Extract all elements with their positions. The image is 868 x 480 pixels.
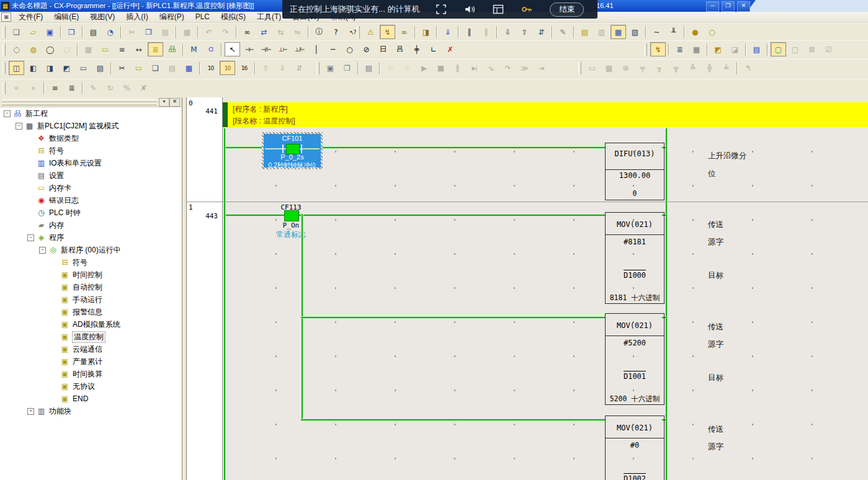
differential-monitor-button[interactable]: ∞ xyxy=(396,25,412,39)
toolbar-grip[interactable] xyxy=(316,62,320,74)
tree-item-时间控制[interactable]: ▣时间控制 xyxy=(0,269,182,281)
rung-comment-button[interactable]: ▭ xyxy=(97,42,113,56)
transfer-to-plc-button[interactable]: ⇓ xyxy=(440,25,455,39)
tree-item-IO表和单元设置[interactable]: ▥IO表和单元设置 xyxy=(0,157,182,169)
mov-instruction-block[interactable]: MOV(021) #8181 D1000 8181 十六进制 xyxy=(605,212,664,304)
pause-monitoring-button[interactable]: ‖ xyxy=(462,25,477,39)
tree-item-END[interactable]: ▣END xyxy=(0,393,182,405)
tree-item-自动控制[interactable]: ▣自动控制 xyxy=(0,281,182,293)
zoom-in-button[interactable]: ◯ xyxy=(42,42,58,56)
menu-编辑[interactable]: 编辑(E) xyxy=(48,12,84,22)
copy-button[interactable]: ❐ xyxy=(141,25,156,39)
toolbar-grip[interactable] xyxy=(644,43,647,56)
selected-contact-cf101[interactable]: CF101 P_0_2s 0.2秒时钟脉冲位 xyxy=(262,132,323,169)
connect-line-button[interactable]: ∟ xyxy=(426,42,441,56)
tree-item-内存卡[interactable]: ▭内存卡 xyxy=(0,182,182,194)
toggle-output-button[interactable]: ◧ xyxy=(25,61,41,75)
monitor-hot-refresh-button[interactable]: ↯ xyxy=(650,42,666,56)
mnemonic-view-button[interactable]: M xyxy=(186,42,202,56)
monitor-signed-decimal-button[interactable]: 10 xyxy=(220,61,235,75)
toggle-cross-ref-button[interactable]: ◩ xyxy=(59,61,74,75)
select-mode-button[interactable]: ↖ xyxy=(225,42,240,56)
help-button[interactable]: ? xyxy=(328,25,344,39)
new-contact-button[interactable]: ⊣⊢ xyxy=(241,42,257,56)
memory-view-button[interactable]: ▦ xyxy=(611,25,626,39)
minimize-button[interactable]: ─ xyxy=(706,1,719,12)
section-hierarchy-button[interactable]: 品 xyxy=(164,42,180,56)
collapse-icon[interactable]: − xyxy=(16,123,22,130)
mov-instruction-block[interactable]: MOV(021) #0 D1002 xyxy=(605,416,664,480)
ladder-width-button[interactable]: ↔ xyxy=(131,42,146,56)
calendar-view-button[interactable]: ▦ xyxy=(689,42,704,56)
io-table-button-button[interactable]: ▤ xyxy=(577,25,593,39)
new-coil-button[interactable]: ○ xyxy=(342,42,357,56)
watch-window-button-button[interactable]: ≣ xyxy=(672,42,687,56)
tree-item-功能块[interactable]: +▥功能块 xyxy=(0,405,182,417)
print-preview-button[interactable]: ◔ xyxy=(102,25,118,39)
symbol-table-list-button[interactable]: ≡ xyxy=(47,81,63,95)
toggle-watch-button[interactable]: ◨ xyxy=(42,61,58,75)
time-chart-monitor-button[interactable]: ╨ xyxy=(666,25,681,39)
fb-parameter-button[interactable]: ╪ xyxy=(409,42,424,56)
tree-item-符号[interactable]: ⊟符号 xyxy=(0,256,182,269)
mov-instruction-block[interactable]: MOV(021) #5200 D1001 5200 十六进制 xyxy=(605,313,664,405)
collapse-icon[interactable]: − xyxy=(27,234,34,241)
rung-wrap-list-button[interactable]: ≣ xyxy=(64,81,79,95)
tree-item-云端通信[interactable]: ▣云端通信 xyxy=(0,343,182,355)
data-trace-button[interactable]: ~ xyxy=(649,25,664,39)
tree-item-符号[interactable]: ⊟符号 xyxy=(0,144,182,157)
toolbar-grip[interactable] xyxy=(357,26,360,38)
new-or-contact-button[interactable]: ⊥⊢ xyxy=(275,42,290,56)
save-project-button[interactable]: ▣ xyxy=(42,25,58,39)
ladder-canvas[interactable]: [程序名 : 新程序] [段名称 : 温度控制] CF101 xyxy=(223,97,868,480)
tree-item-PLC 时钟[interactable]: ◷PLC 时钟 xyxy=(0,207,182,219)
menu-文件[interactable]: 文件(F) xyxy=(13,12,48,22)
io-table-window-button[interactable]: ▦ xyxy=(181,61,197,75)
menu-模拟[interactable]: 模拟(S) xyxy=(215,12,251,22)
workspace-menu-button[interactable]: ▾ xyxy=(159,98,169,107)
tree-item-新程序 (00)运行中[interactable]: −◎新程序 (00)运行中 xyxy=(0,244,182,256)
close-button[interactable]: ✕ xyxy=(737,1,750,12)
split-window-icon[interactable] xyxy=(491,2,505,16)
new-project-button[interactable]: ❏ xyxy=(9,25,24,39)
collapse-icon[interactable]: − xyxy=(4,110,11,117)
properties-window-button[interactable]: ▤ xyxy=(92,61,108,75)
menu-插入[interactable]: 插入(I) xyxy=(120,12,153,22)
horizontal-line-button[interactable]: ─ xyxy=(325,42,341,56)
collapse-icon[interactable]: − xyxy=(39,247,46,254)
tree-item-无协议[interactable]: ▣无协议 xyxy=(0,380,182,393)
ladder-editor[interactable]: 0 441 1 443 [程序名 : 新程序] [段名称 : 温度控制] xyxy=(186,97,868,480)
monitor-hex-button[interactable]: 16 xyxy=(236,61,252,75)
tree-item-产量累计[interactable]: ▣产量累计 xyxy=(0,355,182,368)
online-edit-button[interactable]: ✎ xyxy=(555,25,571,39)
io-comment-monitor-button[interactable]: ▢ xyxy=(771,42,786,56)
new-instruction-button[interactable]: 日 xyxy=(375,42,391,56)
tree-item-程序[interactable]: −◈程序 xyxy=(0,231,182,244)
difu-instruction-block[interactable]: DIFU(013) 1300.00 0 xyxy=(605,143,664,200)
new-inverted-instruction-button[interactable]: 吕 xyxy=(392,42,408,56)
new-closed-contact-button[interactable]: ⊣/⊢ xyxy=(258,42,274,56)
work-online-button[interactable]: ⚠ xyxy=(363,25,378,39)
simulator-transfer-button[interactable]: ▤ xyxy=(361,61,377,75)
fullscreen-icon[interactable] xyxy=(434,2,448,16)
zoom-custom-button[interactable]: ◍ xyxy=(25,42,41,56)
find-button[interactable]: ∞ xyxy=(239,25,255,39)
new-or-closed-contact-button[interactable]: ⊥/⊢ xyxy=(292,42,307,56)
simulator-window-button[interactable]: ❐ xyxy=(339,61,355,75)
split-window-button[interactable]: ✂ xyxy=(114,61,130,75)
menu-视图[interactable]: 视图(V) xyxy=(84,12,120,22)
menu-编程[interactable]: 编程(P) xyxy=(154,12,190,22)
end-session-button[interactable]: 结束 xyxy=(550,2,584,17)
tree-item-内存[interactable]: ▰内存 xyxy=(0,219,182,231)
workspace-titlebar[interactable]: ▾ ✕ xyxy=(0,97,182,107)
toggle-workspace-button[interactable]: ◫ xyxy=(9,61,24,75)
vertical-line-button[interactable]: │ xyxy=(308,42,324,56)
replace-button[interactable]: ⇄ xyxy=(256,25,272,39)
statement-list-button[interactable]: ≡ xyxy=(114,42,130,56)
tree-item-时间换算[interactable]: ▣时间换算 xyxy=(0,368,182,380)
tree-item-新工程[interactable]: −品新工程 xyxy=(0,107,182,120)
monitor-mode-button[interactable]: ↯ xyxy=(380,25,395,39)
tree-item-手动运行[interactable]: ▣手动运行 xyxy=(0,293,182,306)
upload-program-button[interactable]: ⇧ xyxy=(517,25,532,39)
mdi-child-icon[interactable]: ▣ xyxy=(1,12,11,22)
